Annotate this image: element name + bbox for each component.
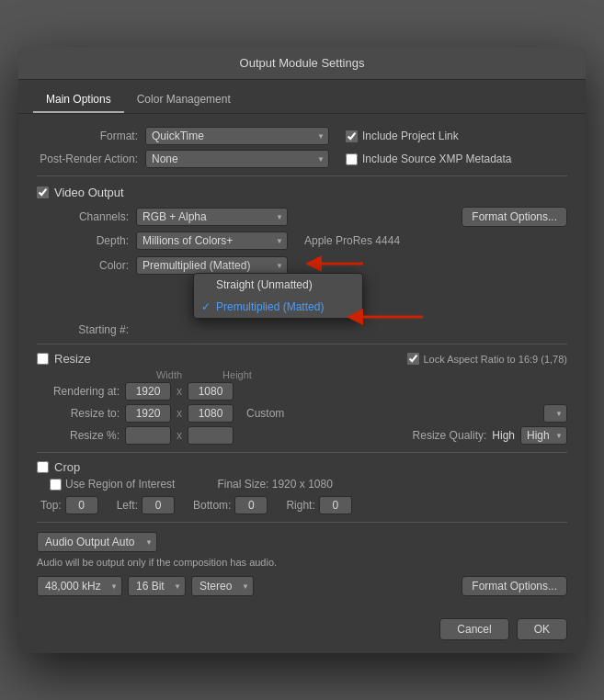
divider-3 [37,452,567,453]
bit-depth-select[interactable]: 16 Bit [128,576,186,596]
audio-note-row: Audio will be output only if the composi… [37,556,567,569]
divider-2 [37,344,567,344]
dropdown-item-premultiplied[interactable]: Premultiplied (Matted) [194,296,362,318]
final-size-text: Final Size: 1920 x 1080 [217,478,332,491]
color-container: Color: Premultiplied (Matted) [37,254,567,276]
resize-section: Resize Lock Aspect Ratio to 16:9 (1,78) … [37,352,567,445]
depth-row: Depth: Millions of Colors+ Apple ProRes … [37,231,567,250]
channels-select[interactable]: RGB + Alpha [136,208,288,226]
resize-to-row: Resize to: x Custom [37,404,567,423]
include-source-xmp-label: Include Source XMP Metadata [362,152,512,165]
resize-to-label: Resize to: [37,407,120,420]
crop-label: Crop [54,460,80,474]
resize-to-width[interactable] [125,404,171,423]
depth-select[interactable]: Millions of Colors+ [136,231,288,250]
crop-bottom-field: Bottom: [193,496,268,514]
resize-percent-row: Resize %: x Resize Quality: High High [37,426,567,445]
use-roi-label: Use Region of Interest [65,478,175,491]
audio-output-select[interactable]: Audio Output Auto [37,532,157,552]
divider-4 [37,522,567,523]
post-render-select-wrap: None [145,150,329,168]
crop-left-input[interactable] [142,496,175,514]
rendering-at-height[interactable] [188,382,234,401]
channels-label: Channels: [37,210,129,223]
resize-percent-label: Resize %: [37,429,120,442]
height-header: Height [210,369,265,380]
audio-section: Audio Output Auto Audio will be output o… [37,532,567,596]
color-select-wrap: Premultiplied (Matted) [136,256,288,275]
include-source-xmp-checkbox[interactable] [346,153,358,165]
channels-select-wrap: RGB + Alpha [136,208,288,226]
starting-hash-label: Starting #: [37,323,129,336]
resize-header-row: Resize Lock Aspect Ratio to 16:9 (1,78) [37,352,567,366]
custom-select[interactable] [543,404,567,423]
post-render-row: Post-Render Action: None Include Source … [37,150,567,168]
sample-rate-select[interactable]: 48,000 kHz [37,576,122,596]
audio-header-row: Audio Output Auto [37,532,567,552]
ok-button[interactable]: OK [517,618,567,640]
crop-bottom-label: Bottom: [193,499,231,512]
color-dropdown-popup: Straight (Unmatted) Premultiplied (Matte… [193,273,363,319]
crop-checkbox[interactable] [37,461,49,473]
resize-checkbox[interactable] [37,353,49,365]
audio-output-wrap: Audio Output Auto [37,532,157,552]
post-render-label: Post-Render Action: [37,152,138,165]
crop-left-label: Left: [117,499,138,512]
resize-quality-select-wrap: High [520,426,567,445]
main-content: Format: QuickTime Include Project Link P… [18,114,586,609]
sample-rate-wrap: 48,000 kHz [37,576,122,596]
resize-custom-label: Custom [246,407,284,420]
video-output-header: Video Output [37,186,567,199]
crop-right-field: Right: [286,496,351,514]
tab-color-management[interactable]: Color Management [124,87,244,113]
crop-section: Crop Use Region of Interest Final Size: … [37,460,567,514]
audio-note: Audio will be output only if the composi… [37,557,277,568]
crop-header-row: Crop [37,460,567,474]
bit-depth-wrap: 16 Bit [128,576,186,596]
color-select[interactable]: Premultiplied (Matted) [136,256,288,275]
video-output-label: Video Output [54,186,124,199]
dialog-title: Output Module Settings [240,56,365,70]
resize-percent-height[interactable] [188,426,234,445]
resize-quality-select[interactable]: High [520,426,567,445]
resize-label: Resize [54,352,91,366]
format-select[interactable]: QuickTime [145,127,329,145]
resize-quality-value: High [492,429,515,442]
format-select-wrap: QuickTime [145,127,329,145]
tab-main-options[interactable]: Main Options [33,87,124,113]
format-options-button-1[interactable]: Format Options... [462,207,567,227]
use-roi-checkbox[interactable] [50,479,62,491]
crop-fields: Top: Left: Bottom: Right: [37,496,567,514]
depth-select-wrap: Millions of Colors+ [136,231,288,250]
cancel-button[interactable]: Cancel [439,618,508,640]
color-label: Color: [37,259,129,272]
crop-right-input[interactable] [319,496,352,514]
crop-top-field: Top: [40,496,98,514]
include-project-link-label: Include Project Link [362,130,459,142]
resize-percent-width[interactable] [125,426,171,445]
lock-aspect-checkbox[interactable] [407,353,419,365]
format-label: Format: [37,130,138,142]
format-row: Format: QuickTime Include Project Link [37,127,567,145]
resize-quality-label: Resize Quality: [413,429,487,442]
resize-to-height[interactable] [188,404,234,423]
crop-bottom-input[interactable] [234,496,268,514]
lock-aspect-label: Lock Aspect Ratio to 16:9 (1,78) [423,354,567,365]
audio-channels-select[interactable]: Stereo [191,576,254,596]
resize-headers: Width Height [37,369,567,380]
apple-prores-text: Apple ProRes 4444 [304,234,400,247]
output-module-dialog: Output Module Settings Main Options Colo… [18,47,586,653]
title-bar: Output Module Settings [18,47,586,80]
rendering-at-width[interactable] [125,382,171,401]
crop-right-label: Right: [286,499,314,512]
tabs-container: Main Options Color Management [18,80,586,114]
dropdown-item-straight[interactable]: Straight (Unmatted) [194,274,362,296]
include-project-link-checkbox[interactable] [346,130,358,142]
custom-select-wrap [543,404,567,423]
post-render-select[interactable]: None [145,150,329,168]
channels-row: Channels: RGB + Alpha Format Options... [37,207,567,227]
format-options-button-2[interactable]: Format Options... [462,576,567,596]
crop-options-row: Use Region of Interest Final Size: 1920 … [37,478,567,491]
crop-top-input[interactable] [65,496,98,514]
video-output-checkbox[interactable] [37,186,49,198]
